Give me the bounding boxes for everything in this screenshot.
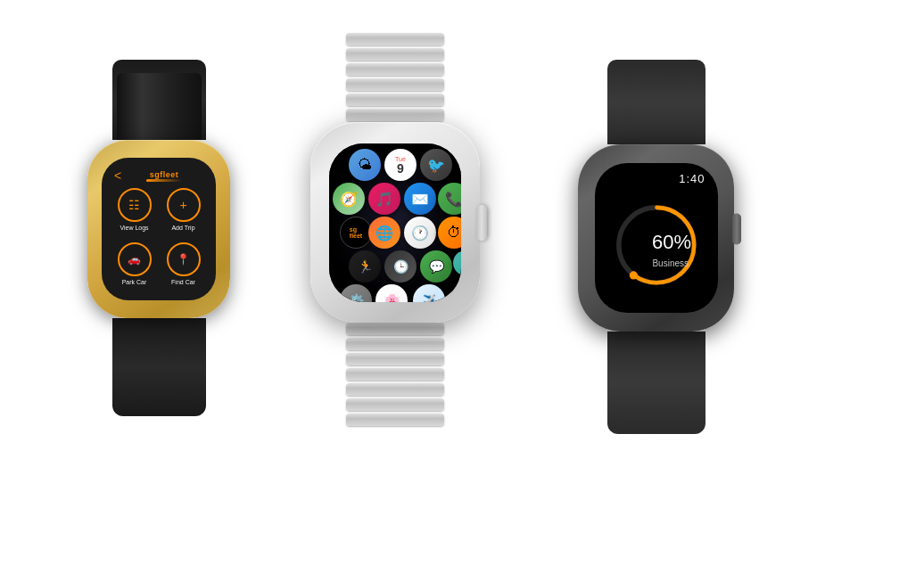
center-crown	[476, 205, 487, 241]
business-time: 1:40	[607, 172, 705, 185]
sgfleet-logo: sgfleet	[125, 170, 203, 182]
right-screen: 1:40 60% Business	[595, 163, 718, 313]
right-band-top	[607, 60, 705, 144]
center-band-top	[337, 33, 453, 122]
app-phone-icon: 📞	[438, 183, 461, 215]
app-maps-icon: 🧭	[333, 183, 365, 215]
app-timer-icon: 🕒	[384, 250, 417, 282]
sgfleet-grid: ☷ View Logs + Add Trip 🚗	[111, 188, 207, 291]
business-chart-area: 60% Business	[607, 189, 705, 300]
left-band-top	[112, 60, 206, 140]
app-bird-icon: 🐦	[420, 149, 452, 181]
right-case: 1:40 60% Business	[578, 144, 734, 332]
app-play-icon: ▶	[453, 250, 461, 275]
sgfleet-logo-text: sgfleet	[125, 170, 203, 179]
app-weather-icon: 🌤	[349, 149, 381, 181]
sgfleet-header: < sgfleet	[111, 168, 207, 183]
add-trip-icon: +	[167, 188, 201, 222]
sgfleet-app-screen: < sgfleet ☷ View Logs	[111, 168, 207, 291]
app-sgfleet-icon: sgfleet	[340, 217, 372, 249]
watch-right: 1:40 60% Business	[578, 60, 734, 434]
arc-dot	[629, 271, 637, 279]
view-logs-label: View Logs	[120, 225, 148, 231]
sgfleet-item-park-car: 🚗 Park Car	[112, 242, 156, 291]
app-grid: 🌤 Tue 9 🐦 🧭 🎵 ✉️ 📞 sgfleet 🌐	[333, 149, 458, 296]
left-band-bottom	[112, 318, 206, 416]
app-activity-icon: 🏃	[349, 250, 381, 282]
add-trip-label: Add Trip	[171, 225, 194, 231]
sgfleet-item-view-logs: ☷ View Logs	[112, 188, 156, 237]
sgfleet-item-add-trip: + Add Trip	[161, 188, 205, 237]
app-clock-icon: 🕐	[404, 217, 436, 249]
watch-center: 🌤 Tue 9 🐦 🧭 🎵 ✉️ 📞 sgfleet 🌐	[310, 33, 480, 430]
app-settings-icon: ⚙️	[340, 284, 372, 302]
watch-left: < sgfleet ☷ View Logs	[87, 60, 230, 416]
right-band-bottom	[607, 332, 705, 434]
back-icon: <	[114, 168, 121, 183]
center-case: 🌤 Tue 9 🐦 🧭 🎵 ✉️ 📞 sgfleet 🌐	[310, 122, 480, 323]
app-mail-icon: ✉️	[404, 183, 436, 215]
park-car-icon: 🚗	[118, 242, 152, 276]
app-stopwatch-icon: ⏱	[438, 217, 461, 249]
business-percent: 60%	[652, 231, 691, 254]
business-label: Business	[652, 258, 689, 268]
park-car-label: Park Car	[122, 279, 147, 285]
business-app-screen: 1:40 60% Business	[607, 172, 705, 300]
app-globe-icon: 🌐	[368, 217, 400, 249]
app-music-icon: 🎵	[368, 183, 400, 215]
sgfleet-item-find-car: 📍 Find Car	[161, 242, 205, 291]
right-crown	[732, 213, 741, 244]
app-calendar-icon: Tue 9	[384, 149, 417, 181]
app-messages-icon: 💬	[420, 250, 452, 282]
find-car-label: Find Car	[171, 279, 195, 285]
center-screen: 🌤 Tue 9 🐦 🧭 🎵 ✉️ 📞 sgfleet 🌐	[329, 143, 461, 302]
homescreen: 🌤 Tue 9 🐦 🧭 🎵 ✉️ 📞 sgfleet 🌐	[329, 143, 461, 302]
find-car-icon: 📍	[167, 242, 201, 276]
center-band-bottom	[337, 323, 453, 430]
left-case: < sgfleet ☷ View Logs	[87, 140, 230, 318]
left-screen: < sgfleet ☷ View Logs	[102, 158, 216, 300]
watches-container: < sgfleet ☷ View Logs	[61, 24, 863, 541]
app-plane-icon: ✈️	[413, 284, 445, 302]
app-photos-icon: 🌸	[375, 284, 408, 302]
view-logs-icon: ☷	[118, 188, 152, 222]
sgfleet-logo-swoosh	[146, 179, 182, 182]
